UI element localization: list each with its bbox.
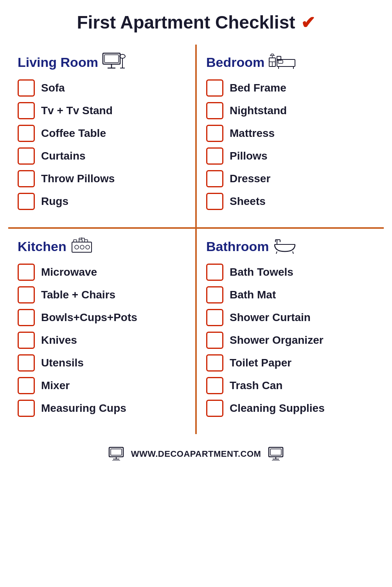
bedroom-title: Bedroom (206, 55, 264, 70)
item-label: Curtains (41, 150, 86, 162)
list-item: Curtains (18, 147, 186, 165)
kitchen-title: Kitchen (18, 239, 67, 254)
list-item: Bath Towels (206, 264, 374, 281)
kitchen-header: Kitchen (18, 237, 186, 257)
item-label: Dresser (230, 172, 270, 185)
checkbox-knives[interactable] (18, 332, 35, 349)
list-item: Mattress (206, 125, 374, 142)
bedroom-items: Bed Frame Nightstand Mattress Pillows Dr… (206, 79, 374, 210)
item-label: Sofa (41, 82, 65, 94)
svg-rect-41 (270, 449, 281, 455)
list-item: Nightstand (206, 102, 374, 119)
checkbox-bowls[interactable] (18, 309, 35, 326)
checkbox-coffee-table[interactable] (18, 125, 35, 142)
checkbox-nightstand[interactable] (206, 102, 223, 119)
checkbox-curtains[interactable] (18, 147, 35, 165)
bathroom-header: Bathroom (206, 237, 374, 257)
checkbox-bath-mat[interactable] (206, 286, 223, 303)
kitchen-icon (70, 237, 93, 257)
footer-icon-right (267, 446, 284, 462)
item-label: Bed Frame (230, 82, 286, 94)
kitchen-section: Kitchen (8, 229, 195, 434)
footer-text: WWW.DECOAPARTMENT.COM (131, 449, 261, 459)
list-item: Measuring Cups (18, 400, 186, 417)
item-label: Shower Organizer (230, 334, 324, 346)
living-room-icon (102, 52, 126, 72)
living-room-items: Sofa Tv + Tv Stand Coffee Table Curtains… (18, 79, 186, 210)
list-item: Coffee Table (18, 125, 186, 142)
bathroom-title: Bathroom (206, 239, 269, 254)
checkbox-bath-towels[interactable] (206, 264, 223, 281)
list-item: Knives (18, 332, 186, 349)
living-room-section: Living Room Sof (8, 45, 195, 227)
svg-marker-11 (270, 54, 274, 56)
checkmark-icon: ✔ (301, 13, 315, 32)
list-item: Toilet Paper (206, 354, 374, 372)
item-label: Sheets (230, 195, 266, 208)
list-item: Utensils (18, 354, 186, 372)
item-label: Throw Pillows (41, 172, 115, 185)
checkbox-trash-can[interactable] (206, 377, 223, 394)
checkbox-shower-organizer[interactable] (206, 332, 223, 349)
main-grid: Living Room Sof (8, 45, 384, 434)
item-label: Nightstand (230, 104, 287, 117)
list-item: Pillows (206, 147, 374, 165)
living-room-title: Living Room (18, 55, 98, 70)
checkbox-cleaning-supplies[interactable] (206, 400, 223, 417)
list-item: Cleaning Supplies (206, 400, 374, 417)
list-item: Trash Can (206, 377, 374, 394)
footer: WWW.DECOAPARTMENT.COM (8, 446, 384, 462)
list-item: Mixer (18, 377, 186, 394)
checkbox-sheets[interactable] (206, 193, 223, 210)
checkbox-bed-frame[interactable] (206, 79, 223, 97)
svg-line-34 (293, 251, 293, 254)
list-item: Bowls+Cups+Pots (18, 309, 186, 326)
bedroom-icon (268, 52, 296, 72)
checkbox-microwave[interactable] (18, 264, 35, 281)
checkbox-table-chairs[interactable] (18, 286, 35, 303)
page-title: First Apartment Checklist ✔ (77, 12, 315, 33)
checkbox-throw-pillows[interactable] (18, 170, 35, 187)
checkbox-utensils[interactable] (18, 354, 35, 372)
checkbox-rugs[interactable] (18, 193, 35, 210)
list-item: Dresser (206, 170, 374, 187)
checkbox-shower-curtain[interactable] (206, 309, 223, 326)
svg-point-20 (86, 245, 90, 249)
list-item: Rugs (18, 193, 186, 210)
item-label: Cleaning Supplies (230, 402, 325, 415)
item-label: Bath Mat (230, 289, 276, 301)
svg-rect-1 (104, 55, 119, 63)
checkbox-toilet-paper[interactable] (206, 354, 223, 372)
item-label: Tv + Tv Stand (41, 104, 113, 117)
checkbox-tv[interactable] (18, 102, 35, 119)
checkbox-mixer[interactable] (18, 377, 35, 394)
item-label: Bowls+Cups+Pots (41, 311, 137, 324)
list-item: Tv + Tv Stand (18, 102, 186, 119)
checkbox-pillows[interactable] (206, 147, 223, 165)
list-item: Bed Frame (206, 79, 374, 97)
item-label: Trash Can (230, 379, 282, 392)
item-label: Rugs (41, 195, 68, 208)
item-label: Bath Towels (230, 266, 293, 278)
svg-point-19 (80, 245, 84, 249)
checkbox-measuring-cups[interactable] (18, 400, 35, 417)
checkbox-sofa[interactable] (18, 79, 35, 97)
item-label: Pillows (230, 150, 267, 162)
svg-rect-36 (111, 449, 122, 455)
item-label: Utensils (41, 357, 84, 369)
title-text: First Apartment Checklist (77, 12, 295, 33)
checkbox-dresser[interactable] (206, 170, 223, 187)
kitchen-items: Microwave Table + Chairs Bowls+Cups+Pots… (18, 264, 186, 417)
item-label: Coffee Table (41, 127, 106, 140)
footer-icon-left (108, 446, 125, 462)
list-item: Sheets (206, 193, 374, 210)
list-item: Table + Chairs (18, 286, 186, 303)
bedroom-header: Bedroom (206, 52, 374, 72)
bathroom-items: Bath Towels Bath Mat Shower Curtain Show… (206, 264, 374, 417)
list-item: Throw Pillows (18, 170, 186, 187)
checkbox-mattress[interactable] (206, 125, 223, 142)
list-item: Sofa (18, 79, 186, 97)
bedroom-section: Bedroom (197, 45, 384, 227)
living-room-header: Living Room (18, 52, 186, 72)
item-label: Knives (41, 334, 77, 346)
